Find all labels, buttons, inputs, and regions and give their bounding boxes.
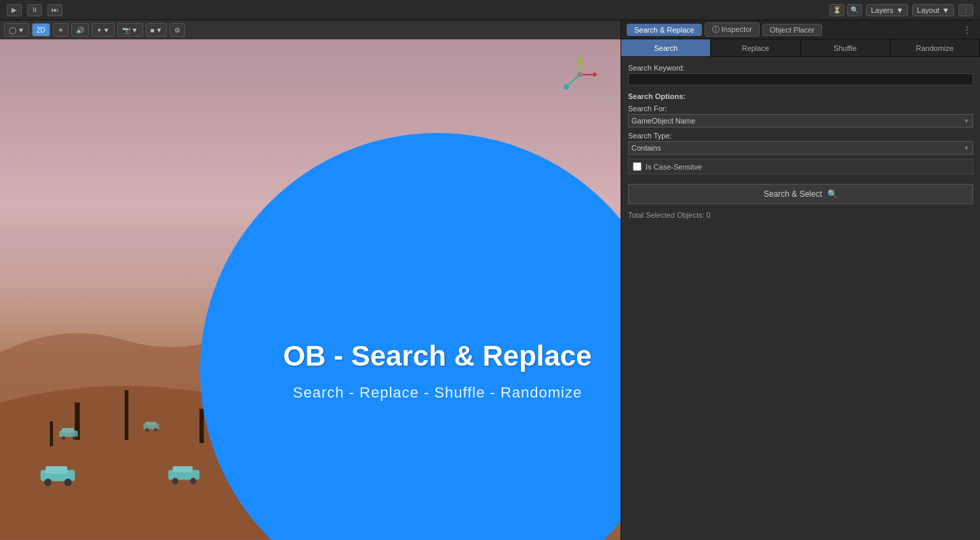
sr-content: Search Keyword: Search Options: Search F… — [621, 57, 980, 540]
keyword-label: Search Keyword: — [628, 64, 973, 72]
layout-label: Layout — [917, 6, 939, 14]
camera-tool-button[interactable]: 📷 ▼ — [117, 23, 143, 37]
search-for-select[interactable]: GameObject Name Component Type Tag Layer — [628, 114, 973, 128]
case-sensitive-label: Is Case-Sensitve — [646, 163, 702, 171]
gizmo-tool-button[interactable]: ◯ ▼ — [4, 23, 29, 37]
svg-rect-22 — [173, 467, 193, 473]
search-top-button[interactable]: 🔍 — [847, 4, 862, 16]
history-icon: ⏳ — [833, 6, 841, 14]
fx-tool-button[interactable]: ✦ ▼ — [92, 23, 115, 37]
aspect-icon: ■ — [151, 26, 155, 34]
search-select-icon: 🔍 — [827, 189, 838, 199]
sr-tab-search[interactable]: Search — [621, 39, 711, 56]
sr-tabs-row: Search Replace Shuffle Randomize — [621, 39, 980, 57]
pause-button[interactable]: ⏸ — [27, 4, 42, 16]
right-panel: Search & Replace ⓘ Inspector Object Plac… — [621, 20, 980, 540]
gizmo-icon: ◯ — [9, 26, 16, 34]
aspect-chevron: ▼ — [156, 26, 163, 34]
tab-search-replace[interactable]: Search & Replace — [627, 24, 702, 36]
search-type-section: Search Type: Contains Exact Match Starts… — [628, 132, 973, 155]
tab-inspector[interactable]: ⓘ Inspector — [705, 22, 760, 37]
top-bar-right: ⏳ 🔍 Layers ▼ Layout ▼ ⋮ — [829, 4, 973, 16]
light-icon: ☀ — [58, 26, 64, 34]
total-selected-label: Total Selected Objects: 0 — [628, 208, 973, 222]
panel-top-tabs: Search & Replace ⓘ Inspector Object Plac… — [621, 20, 980, 39]
search-select-label: Search & Select — [764, 189, 822, 199]
light-tool-button[interactable]: ☀ — [53, 23, 68, 37]
scene-settings-icon: ⚙ — [174, 26, 180, 34]
main-layout: ◯ ▼ 2D ☀ 🔊 ✦ ▼ 📷 ▼ ■ ▼ ⚙ — [0, 20, 980, 540]
scene-background: < Persp — [0, 20, 621, 540]
search-type-select[interactable]: Contains Exact Match Starts With Ends Wi… — [628, 141, 973, 155]
history-button[interactable]: ⏳ — [829, 4, 844, 16]
options-label: Search Options: — [628, 92, 973, 100]
audio-icon: 🔊 — [76, 26, 84, 34]
layout-chevron-icon: ▼ — [942, 6, 949, 14]
svg-rect-18 — [45, 467, 67, 474]
scene-toolbar: ◯ ▼ 2D ☀ 🔊 ✦ ▼ 📷 ▼ ■ ▼ ⚙ — [0, 20, 621, 39]
layers-chevron-icon: ▼ — [896, 6, 903, 14]
top-bar: ▶ ⏸ ⏭ ⏳ 🔍 Layers ▼ Layout ▼ ⋮ — [0, 0, 980, 20]
svg-point-6 — [577, 72, 583, 77]
brand-title: OB - Search & Replace — [242, 339, 621, 373]
search-select-button[interactable]: Search & Select 🔍 — [628, 184, 973, 204]
svg-rect-9 — [199, 409, 203, 444]
panel-tab-group: Search & Replace ⓘ Inspector Object Plac… — [627, 22, 822, 37]
perspective-label: < Persp — [588, 95, 614, 103]
scene-gizmo[interactable] — [560, 54, 600, 95]
svg-point-32 — [154, 428, 158, 432]
more-options-button[interactable]: ⋮ — [958, 4, 973, 16]
svg-point-27 — [62, 436, 66, 440]
svg-marker-1 — [577, 57, 583, 61]
brand-overlay: OB - Search & Replace Search - Replace -… — [200, 133, 621, 540]
svg-rect-26 — [62, 428, 74, 432]
svg-point-24 — [190, 478, 196, 484]
aspect-tool-button[interactable]: ■ ▼ — [146, 23, 168, 37]
svg-point-19 — [44, 479, 52, 486]
camera-chevron: ▼ — [132, 26, 138, 34]
search-for-select-wrapper: GameObject Name Component Type Tag Layer — [628, 114, 973, 128]
layers-label: Layers — [871, 6, 893, 14]
sr-panel: Search Replace Shuffle Randomize Search … — [621, 39, 980, 540]
search-icon-top: 🔍 — [850, 6, 859, 14]
layout-dropdown[interactable]: Layout ▼ — [912, 4, 954, 16]
svg-point-31 — [145, 428, 149, 432]
sr-tab-randomize[interactable]: Randomize — [890, 39, 980, 56]
svg-rect-8 — [125, 390, 129, 440]
panel-more-button[interactable]: ⋮ — [960, 24, 975, 35]
svg-rect-14 — [50, 421, 54, 446]
fx-icon: ✦ — [96, 26, 102, 34]
case-sensitive-checkbox[interactable] — [633, 162, 642, 171]
svg-point-28 — [73, 436, 77, 440]
more-icon: ⋮ — [962, 6, 969, 14]
svg-marker-3 — [593, 72, 597, 77]
fx-chevron: ▼ — [103, 26, 110, 34]
top-right-group: ⏳ 🔍 — [829, 4, 862, 16]
gizmo-chevron: ▼ — [18, 26, 24, 34]
mode-2d-button[interactable]: 2D — [32, 23, 50, 37]
sr-tab-shuffle[interactable]: Shuffle — [801, 39, 890, 56]
search-type-label: Search Type: — [628, 132, 973, 140]
layers-dropdown[interactable]: Layers ▼ — [866, 4, 908, 16]
keyword-section: Search Keyword: — [628, 64, 973, 85]
tab-object-placer[interactable]: Object Placer — [762, 24, 822, 36]
sr-tab-replace[interactable]: Replace — [711, 39, 800, 56]
options-section: Search Options: — [628, 90, 973, 100]
svg-point-5 — [564, 84, 569, 90]
camera-icon: 📷 — [122, 26, 130, 34]
svg-point-20 — [64, 479, 72, 486]
search-for-label: Search For: — [628, 104, 973, 113]
play-button[interactable]: ▶ — [7, 4, 22, 16]
svg-point-23 — [172, 478, 178, 484]
search-for-section: Search For: GameObject Name Component Ty… — [628, 104, 973, 128]
scene-settings-button[interactable]: ⚙ — [170, 23, 185, 37]
search-type-select-wrapper: Contains Exact Match Starts With Ends Wi… — [628, 141, 973, 155]
step-button[interactable]: ⏭ — [47, 4, 62, 16]
svg-rect-30 — [145, 422, 157, 426]
brand-subtitle: Search - Replace - Shuffle - Randomize — [293, 384, 582, 402]
playback-controls: ▶ ⏸ ⏭ — [7, 4, 62, 16]
audio-tool-button[interactable]: 🔊 — [71, 23, 89, 37]
case-sensitive-row: Is Case-Sensitve — [628, 159, 973, 174]
keyword-input[interactable] — [628, 73, 973, 85]
scene-viewport: ◯ ▼ 2D ☀ 🔊 ✦ ▼ 📷 ▼ ■ ▼ ⚙ — [0, 20, 621, 540]
